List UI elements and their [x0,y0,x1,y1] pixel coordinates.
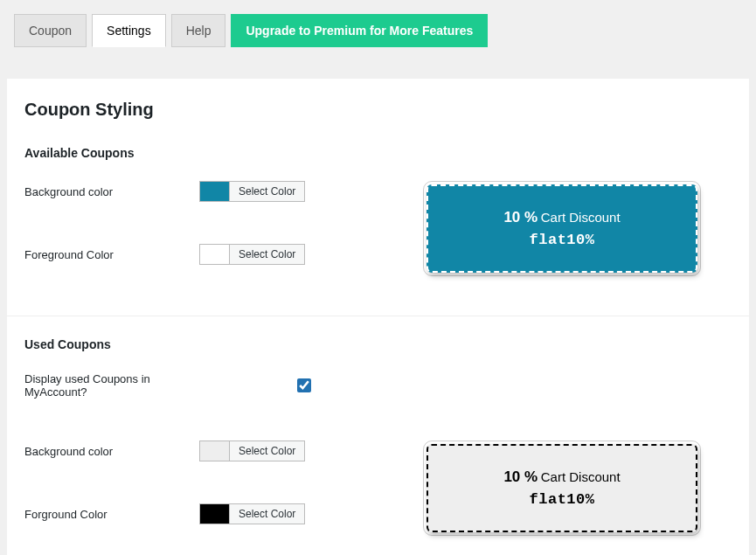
used-display-checkbox[interactable] [297,378,311,392]
available-bg-swatch[interactable] [199,181,229,202]
tab-premium[interactable]: Upgrade to Premium for More Features [231,14,488,47]
used-fg-label: Forground Color [24,508,199,521]
used-heading: Used Coupons [24,337,732,351]
used-fg-swatch[interactable] [199,503,229,524]
tabs-nav: Coupon Settings Help Upgrade to Premium … [0,0,756,47]
available-coupon-preview: 10 % Cart Discount flat10% [427,184,697,273]
available-preview-code: flat10% [439,232,685,248]
settings-panel: Coupon Styling Available Coupons Backgro… [7,79,749,555]
used-preview-pct: 10 % [503,468,538,485]
available-fg-select-button[interactable]: Select Color [229,244,305,265]
used-bg-select-button[interactable]: Select Color [229,441,305,461]
available-preview-pct: 10 % [503,209,538,225]
used-bg-label: Background color [24,445,199,458]
available-fg-label: Foreground Color [24,248,199,261]
used-display-label: Display used Coupons in MyAccount? [24,372,199,399]
available-bg-select-button[interactable]: Select Color [229,181,305,202]
used-preview-code: flat10% [439,491,685,508]
available-bg-label: Background color [24,185,199,198]
available-heading: Available Coupons [24,146,732,160]
tab-coupon[interactable]: Coupon [14,14,87,47]
tab-settings[interactable]: Settings [92,14,166,47]
used-preview-label: Cart Discount [541,469,621,484]
page-title: Coupon Styling [24,100,732,120]
divider [7,316,749,316]
available-fg-swatch[interactable] [199,244,229,265]
used-coupon-preview: 10 % Cart Discount flat10% [427,444,697,532]
used-bg-swatch[interactable] [199,441,229,461]
used-fg-select-button[interactable]: Select Color [229,503,305,524]
tab-help[interactable]: Help [171,14,226,47]
available-preview-label: Cart Discount [541,210,621,225]
